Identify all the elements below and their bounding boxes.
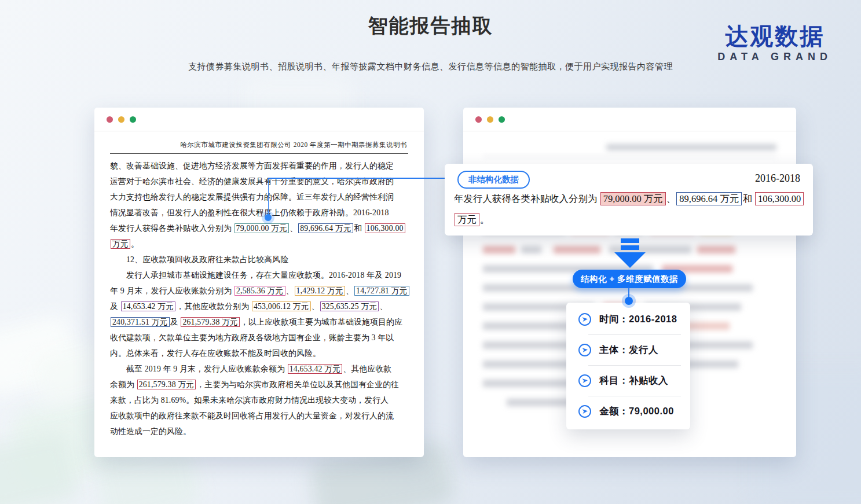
boxed-value: 万元 xyxy=(455,213,479,226)
boxed-value: 2,585.36 万元 xyxy=(235,286,285,296)
doc-text-segment: 来款，占比为 81.69%。如果未来哈尔滨市政府财力情况出现较大变动，发行人 xyxy=(110,396,389,404)
datagrand-logo: 达观数据 DATA GRAND xyxy=(717,23,832,63)
doc-text-segment: 和 xyxy=(354,224,364,233)
window-dot-yellow-icon xyxy=(487,116,493,123)
document-line: 来款，占比为 81.69%。如果未来哈尔滨市政府财力情况出现较大变动，发行人 xyxy=(110,392,408,408)
boxed-value: 14,653.42 万元 xyxy=(121,301,176,311)
boxed-value: 261,579.38 万元 xyxy=(137,380,196,389)
document-body: 貌、改善基础设施、促进地方经济发展等方面发挥着重要的作用，发行人的稳定运营对于哈… xyxy=(110,158,408,439)
structured-field-row: 科目：补贴收入 xyxy=(566,366,690,396)
boxed-value: 万元 xyxy=(111,239,130,249)
doc-text-segment: 截至 2019 年 9 月末，发行人应收账款余额为 xyxy=(110,365,287,373)
doc-text-segment: 及 xyxy=(110,302,120,311)
structured-field-label: 科目：补贴收入 xyxy=(599,374,668,387)
document-line: 及 14,653.42 万元，其他应收款分别为 453,006.12 万元、32… xyxy=(110,299,408,314)
document-line: 貌、改善基础设施、促进地方经济发展等方面发挥着重要的作用，发行人的稳定 xyxy=(110,158,408,174)
doc-text-segment: 年发行人获得各类补贴收入分别为 xyxy=(454,193,600,204)
extracted-sentence-line2: 万元。 xyxy=(454,214,490,226)
doc-text-segment: 情况显著改善，但发行人的盈利性在很大程度上仍依赖于政府补助。2016-2018 xyxy=(110,208,389,217)
arrow-circle-icon xyxy=(578,343,592,357)
connector-line-horizontal xyxy=(268,178,457,179)
boxed-value: 14,653.42 万元 xyxy=(288,364,343,374)
document-line: 收代建款项，欠款单位主要为地方政府及各级地方国有企业，账龄主要为 3 年以 xyxy=(110,330,408,345)
doc-text-segment: ，主要为与哈尔滨市政府相关单位以及其他国有企业的往 xyxy=(196,380,399,389)
arrow-circle-icon xyxy=(578,374,592,388)
document-line: 大力支持也给发行人的稳定发展提供强有力的保障。近三年发行人的经营性利润 xyxy=(110,189,408,205)
doc-text-segment: 貌、改善基础设施、促进地方经济发展等方面发挥着重要的作用，发行人的稳定 xyxy=(110,161,394,170)
structured-data-pill[interactable]: 结构化 + 多维度赋值数据 xyxy=(573,270,686,288)
boxed-value: 240,371.51 万元 xyxy=(111,317,170,327)
connector-line-vertical xyxy=(268,178,269,216)
document-line: 发行人承担城市基础设施建设任务，存在大量应收款项。2016-2018 年及 20… xyxy=(110,267,408,283)
structured-field-label: 主体：发行人 xyxy=(599,344,658,356)
document-line: 万元。 xyxy=(110,236,408,252)
boxed-value: 89,696.64 万元 xyxy=(298,223,353,233)
document-line: 内。总体来看，发行人存在应收账款不能及时回收的风险。 xyxy=(110,345,408,361)
arrow-circle-icon xyxy=(578,404,592,418)
window-dot-green-icon xyxy=(499,116,505,123)
extracted-sentence-line1: 年发行人获得各类补贴收入分别为 79,000.00 万元、89,696.64 万… xyxy=(454,193,804,205)
doc-text-segment: 、其他应收款 xyxy=(343,365,391,373)
structured-field-label: 时间：2016-2018 xyxy=(599,313,677,326)
doc-text-segment: 发行人承担城市基础设施建设任务，存在大量应收款项。2016-2018 年及 20… xyxy=(110,271,401,279)
boxed-value: 106,300.00 xyxy=(755,192,804,205)
boxed-value: 14,727.81 万元 xyxy=(354,286,409,296)
document-line: 12、应收款项回收及政府往来款占比较高风险 xyxy=(110,252,408,267)
doc-text-segment: 年 9 月末，发行人应收账款分别为 xyxy=(110,286,234,295)
doc-text-segment: 。 xyxy=(131,240,139,248)
document-line: 年发行人获得各类补贴收入分别为 79,000.00 万元、89,696.64 万… xyxy=(110,220,408,236)
doc-text-segment: 内。总体来看，发行人存在应收账款不能及时回收的风险。 xyxy=(110,349,321,358)
boxed-value: 106,300.00 xyxy=(365,223,405,233)
period-label: 2016-2018 xyxy=(755,172,800,185)
window-titlebar xyxy=(94,108,424,131)
structured-field-row: 时间：2016-2018 xyxy=(566,304,690,334)
document-line: 情况显著改善，但发行人的盈利性在很大程度上仍依赖于政府补助。2016-2018 xyxy=(110,205,408,220)
document-line: 余额为 261,579.38 万元，主要为与哈尔滨市政府相关单位以及其他国有企业… xyxy=(110,377,408,392)
structured-data-card: 时间：2016-2018主体：发行人科目：补贴收入金额：79,000.00 xyxy=(566,303,690,429)
window-titlebar xyxy=(463,108,796,131)
boxed-value: 79,000.00 万元 xyxy=(235,223,290,233)
arrow-circle-icon xyxy=(578,312,592,326)
document-line: 240,371.51 万元及 261,579.38 万元，以上应收款项主要为城市… xyxy=(110,314,408,330)
doc-text-segment: 12、应收款项回收及政府往来款占比较高风险 xyxy=(110,255,288,264)
connector-anchor-dot xyxy=(625,297,633,305)
document-line: 运营对于哈尔滨市社会、经济的健康发展具有十分重要的意义，哈尔滨市政府的 xyxy=(110,174,408,189)
doc-text-segment: 、 xyxy=(312,302,320,311)
logo-cn-text: 达观数据 xyxy=(717,23,832,49)
window-dot-red-icon xyxy=(107,116,113,123)
boxed-value: 453,006.12 万元 xyxy=(252,301,311,311)
doc-text-segment: 收代建款项，欠款单位主要为地方政府及各级地方国有企业，账龄主要为 3 年以 xyxy=(110,333,394,342)
doc-text-segment: 、 xyxy=(290,224,298,233)
doc-text-segment: ，其他应收款分别为 xyxy=(176,302,251,311)
unstructured-data-card: 非结构化数据 2016-2018 年发行人获得各类补贴收入分别为 79,000.… xyxy=(445,164,813,236)
document-running-header: 哈尔滨市城市建设投资集团有限公司 2020 年度第一期中期票据募集说明书 xyxy=(110,139,408,154)
boxed-value: 89,696.64 万元 xyxy=(676,192,742,205)
doc-text-segment: 。 xyxy=(480,214,490,225)
doc-text-segment: 及 xyxy=(170,318,181,326)
doc-text-segment: 应收款项中的政府往来款不能及时回收将占用发行人的大量资金，对发行人的流 xyxy=(110,411,394,420)
doc-text-segment: 、 xyxy=(379,302,387,311)
arrow-down-icon xyxy=(614,238,646,271)
logo-en-text: DATA GRAND xyxy=(717,51,832,63)
structured-field-label: 金额：79,000.00 xyxy=(599,405,674,418)
doc-text-segment: 、 xyxy=(666,193,676,204)
boxed-value: 325,635.25 万元 xyxy=(320,301,379,311)
unstructured-data-pill[interactable]: 非结构化数据 xyxy=(457,171,530,189)
doc-text-segment: 大力支持也给发行人的稳定发展提供强有力的保障。近三年发行人的经营性利润 xyxy=(110,193,394,201)
window-dot-yellow-icon xyxy=(118,116,124,123)
connector-anchor-dot xyxy=(265,214,272,221)
doc-text-segment: 年发行人获得各类补贴收入分别为 xyxy=(110,224,234,233)
doc-text-segment: 、 xyxy=(346,286,354,295)
boxed-value: 79,000.00 万元 xyxy=(600,192,666,205)
boxed-value: 1,429.12 万元 xyxy=(295,286,346,296)
window-dot-red-icon xyxy=(475,116,482,123)
doc-text-segment: 动性造成一定的风险。 xyxy=(110,427,191,436)
doc-text-segment: 、 xyxy=(286,286,294,295)
document-line: 动性造成一定的风险。 xyxy=(110,424,408,439)
structured-field-row: 金额：79,000.00 xyxy=(566,396,690,426)
doc-text-segment: 和 xyxy=(742,193,754,204)
window-dot-green-icon xyxy=(130,116,136,123)
doc-text-segment: ，以上应收款项主要为城市基础设施项目的应 xyxy=(240,318,402,326)
document-line: 应收款项中的政府往来款不能及时回收将占用发行人的大量资金，对发行人的流 xyxy=(110,408,408,424)
source-document-window: 哈尔滨市城市建设投资集团有限公司 2020 年度第一期中期票据募集说明书 貌、改… xyxy=(94,108,424,457)
